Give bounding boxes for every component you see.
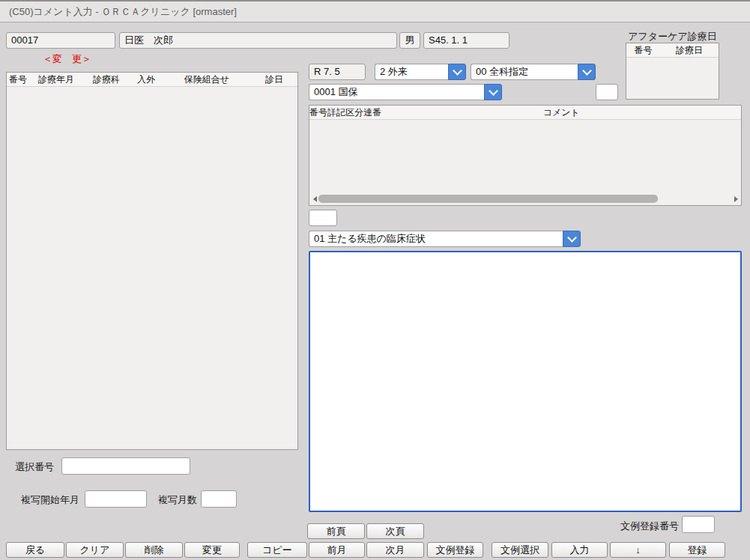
comment-type-select[interactable]: 01 主たる疾患の臨床症状 bbox=[309, 231, 581, 247]
selection-number-input[interactable] bbox=[61, 457, 190, 475]
aftercare-table[interactable]: 番号 診療日 bbox=[626, 43, 719, 100]
horizontal-scrollbar[interactable] bbox=[311, 194, 740, 204]
comment-input-window: (C50)コメント入力 - ＯＲＣＡクリニック [ormaster] 00017… bbox=[0, 0, 750, 560]
patient-gender-field: 男 bbox=[399, 32, 420, 49]
copy-start-label: 複写開始年月 bbox=[21, 493, 79, 507]
aftercare-col-number: 番号 bbox=[626, 44, 660, 57]
comment-col-comment: コメント bbox=[382, 106, 741, 119]
inout-select-value: 2 外来 bbox=[375, 64, 448, 80]
next-month-button[interactable]: 次月 bbox=[366, 542, 424, 558]
selection-number-label: 選択番号 bbox=[15, 460, 54, 474]
insurance-select-value: 0001 国保 bbox=[309, 84, 484, 100]
delete-button[interactable]: 削除 bbox=[125, 542, 183, 558]
down-arrow-button[interactable]: ↓ bbox=[610, 542, 666, 558]
history-col-month: 診療年月 bbox=[29, 73, 83, 86]
aftercare-col-date: 診療日 bbox=[660, 44, 719, 57]
department-select-value: 00 全科指定 bbox=[471, 64, 578, 80]
chevron-down-icon[interactable] bbox=[578, 64, 596, 80]
aftercare-title: アフターケア診療日 bbox=[626, 30, 719, 43]
visit-history-table[interactable]: 番号 診療年月 診療科 入外 保険組合せ 診日 bbox=[6, 72, 298, 450]
prev-month-button[interactable]: 前月 bbox=[309, 542, 365, 558]
patient-name-field: 日医 次郎 bbox=[119, 32, 397, 49]
comment-list-table[interactable]: 番号 詳記区分 連番 コメント bbox=[309, 105, 742, 206]
comment-col-seq: 連番 bbox=[363, 106, 382, 119]
back-button[interactable]: 戻る bbox=[6, 542, 64, 558]
patient-id-field: 00017 bbox=[6, 32, 115, 49]
register-button[interactable]: 登録 bbox=[669, 542, 725, 558]
bunrei-number-input[interactable] bbox=[682, 516, 715, 533]
comment-type-select-value: 01 主たる疾患の臨床症状 bbox=[309, 231, 563, 247]
modify-button[interactable]: 変更 bbox=[184, 542, 240, 558]
change-mode-indicator: ＜変 更＞ bbox=[43, 52, 91, 66]
comment-textarea[interactable] bbox=[309, 251, 742, 512]
scroll-right-icon[interactable] bbox=[732, 194, 740, 204]
chevron-down-icon[interactable] bbox=[448, 64, 466, 80]
input-button[interactable]: 入力 bbox=[551, 542, 608, 558]
patient-birthdate-field: S45. 1. 1 bbox=[423, 32, 509, 49]
copy-button[interactable]: コピー bbox=[247, 542, 307, 558]
copy-months-label: 複写月数 bbox=[158, 493, 197, 507]
inout-select[interactable]: 2 外来 bbox=[375, 64, 466, 80]
misc-small-input[interactable] bbox=[596, 84, 618, 100]
history-col-insurance: 保険組合せ bbox=[163, 73, 251, 86]
prev-page-button[interactable]: 前頁 bbox=[307, 523, 365, 539]
clear-button[interactable]: クリア bbox=[66, 542, 124, 558]
comment-list-header: 番号 詳記区分 連番 コメント bbox=[309, 106, 741, 120]
bunrei-number-label: 文例登録番号 bbox=[620, 520, 679, 533]
aftercare-table-header: 番号 診療日 bbox=[626, 43, 719, 58]
copy-start-input[interactable] bbox=[85, 490, 147, 508]
comment-col-category: 詳記区分 bbox=[327, 106, 363, 119]
copy-months-input[interactable] bbox=[201, 490, 237, 508]
scrollbar-track[interactable] bbox=[318, 195, 732, 203]
next-page-button[interactable]: 次頁 bbox=[366, 523, 424, 539]
chevron-down-icon[interactable] bbox=[484, 84, 502, 100]
bunrei-register-button[interactable]: 文例登録 bbox=[427, 542, 483, 558]
scroll-left-icon[interactable] bbox=[311, 194, 318, 204]
history-col-inout: 入外 bbox=[130, 73, 163, 86]
insurance-select[interactable]: 0001 国保 bbox=[309, 84, 502, 100]
window-title: (C50)コメント入力 - ＯＲＣＡクリニック [ormaster] bbox=[9, 5, 237, 19]
comment-col-number: 番号 bbox=[309, 106, 327, 119]
visit-period-field: R 7. 5 bbox=[309, 64, 366, 80]
history-col-number: 番号 bbox=[7, 73, 29, 86]
comment-number-input[interactable] bbox=[309, 210, 337, 226]
history-col-day: 診日 bbox=[251, 73, 297, 86]
visit-history-header: 番号 診療年月 診療科 入外 保険組合せ 診日 bbox=[7, 73, 297, 87]
bunrei-select-button[interactable]: 文例選択 bbox=[492, 542, 548, 558]
chevron-down-icon[interactable] bbox=[563, 231, 581, 247]
history-col-department: 診療科 bbox=[83, 73, 130, 86]
scrollbar-thumb[interactable] bbox=[318, 195, 658, 203]
department-select[interactable]: 00 全科指定 bbox=[471, 64, 596, 80]
titlebar: (C50)コメント入力 - ＯＲＣＡクリニック [ormaster] bbox=[0, 0, 750, 22]
